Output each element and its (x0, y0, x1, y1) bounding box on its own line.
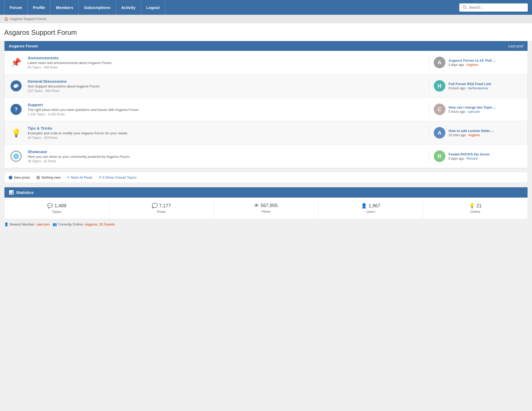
lastpost-title-support[interactable]: How can I merge two Topic ... (449, 105, 523, 109)
new-posts-dot (9, 176, 12, 179)
nav-logout[interactable]: Logout (141, 0, 165, 15)
forum-meta-general: 215 Topics · 993 Posts (28, 89, 425, 93)
row-divider (429, 125, 430, 140)
online-label: Currently Online: (58, 222, 84, 226)
lastpost-details-showcase: Feeder.ROCKS fan forum 5 days ago · Rich… (449, 152, 523, 160)
stats-body: 💬 1,489 Topics 💭 7,177 Posts 👁 567,905 V… (4, 198, 528, 219)
page-title: Asgaros Support Forum (4, 28, 528, 37)
question-mark-icon: ? (11, 104, 22, 115)
stat-topics-count: 💬 1,489 (7, 203, 106, 209)
stat-posts: 💭 7,177 Posts (109, 198, 214, 219)
forum-desc-support: The right place when you have questions … (28, 108, 425, 112)
row-divider (429, 149, 430, 164)
forum-info-announcements: Announcements Latest news and announceme… (28, 56, 425, 69)
legend-mark-all-read: ✔ Mark All Read (67, 175, 92, 179)
forum-info-support: Support The right place when you have qu… (28, 102, 425, 116)
forum-title-general[interactable]: General Discussions (28, 79, 67, 84)
lastpost-author-announcements[interactable]: Asgaros (466, 63, 478, 67)
svg-line-1 (465, 8, 466, 9)
nav-profile[interactable]: Profile (28, 0, 51, 15)
nav-members[interactable]: Members (51, 0, 79, 15)
show-unread-label: 9 Show Unread Topics (102, 175, 137, 179)
nav-activity[interactable]: Activity (116, 0, 141, 15)
stats-header-title: Statistics (16, 190, 34, 195)
member-icon: 👤 (4, 222, 8, 226)
lastpost-author-general[interactable]: hariharakumar (468, 86, 488, 90)
forum-info-general: General Discussions Non-Support discussi… (28, 79, 425, 93)
lastpost-time-announcements: 4 days ago · Asgaros (449, 63, 523, 67)
lastpost-author-tips[interactable]: Asgaros (468, 133, 480, 137)
newest-member-link[interactable]: caercam (36, 222, 50, 226)
lastpost-details-announcements: Asgaros Forum v1.14: Poll ... 4 days ago… (449, 58, 523, 67)
forum-title-announcements[interactable]: Announcements (28, 56, 59, 60)
forum-meta-tips: 40 Topics · 333 Posts (28, 136, 425, 140)
search-input[interactable] (469, 5, 525, 9)
nothing-new-dot (36, 176, 40, 179)
lastpost-showcase: R Feeder.ROCKS fan forum 5 days ago · Ri… (434, 150, 523, 162)
lastpost-general: H Full Forum RSS Feed Link 9 hours ago ·… (434, 80, 523, 92)
row-divider (429, 102, 430, 117)
lastpost-title-showcase[interactable]: Feeder.ROCKS fan forum (449, 152, 523, 156)
lastpost-title-tips[interactable]: How to add custom fields ... (449, 129, 523, 133)
search-box (459, 3, 528, 12)
newest-label: Newest Member: (9, 222, 35, 226)
breadcrumb-text: Asgaros Support Forum (10, 17, 46, 21)
history-icon: ↺ (98, 175, 101, 179)
home-icon: 🏠 (4, 17, 8, 21)
lastpost-details-general: Full Forum RSS Feed Link 9 hours ago · h… (449, 82, 523, 90)
mark-all-read-link[interactable]: ✔ Mark All Read (67, 175, 92, 179)
show-unread-link[interactable]: ↺ 9 Show Unread Topics (98, 175, 137, 179)
mark-all-read-label: Mark All Read (71, 175, 92, 179)
lastpost-time-showcase: 5 days ago · Richard (449, 157, 523, 160)
views-icon: 👁 (254, 203, 259, 208)
nav-bar: Forum Profile Members Subscriptions Acti… (0, 0, 532, 15)
forum-desc-announcements: Latest news and announcements about Asga… (28, 61, 425, 65)
lastpost-avatar-showcase: R (434, 150, 445, 162)
nav-forum[interactable]: Forum (4, 0, 28, 15)
bottom-info: 👤 Newest Member: caercam · 👥 Currently O… (0, 219, 532, 229)
forum-title-showcase[interactable]: Showcase (28, 149, 47, 154)
forum-meta-announcements: 64 Topics · 438 Posts (28, 66, 425, 69)
forum-desc-tips: Examples and code to modify your Asgaros… (28, 131, 425, 135)
nav-subscriptions[interactable]: Subscriptions (79, 0, 116, 15)
lastpost-author-showcase[interactable]: Richard (467, 157, 477, 160)
checkmark-icon: ✔ (67, 175, 70, 179)
forum-table-header-title: Asgaros Forum (9, 44, 38, 48)
stat-users-label: Users (321, 210, 420, 214)
stats-pie-icon: 📊 (9, 190, 14, 195)
lastpost-announcements: A Asgaros Forum v1.14: Poll ... 4 days a… (434, 57, 523, 68)
stat-views: 👁 567,905 Views (214, 198, 318, 219)
forum-row-announcements: 📌 Announcements Latest news and announce… (4, 51, 528, 74)
forum-row-general: General Discussions Non-Support discussi… (4, 74, 528, 98)
stat-topics: 💬 1,489 Topics (4, 198, 109, 219)
lastpost-time-general: 9 hours ago · hariharakumar (449, 86, 523, 90)
lastpost-time-tips: 15 mins ago · Asgaros (449, 133, 523, 137)
chat-icon (9, 79, 23, 93)
lastpost-details-support: How can I merge two Topic ... 5 hours ag… (449, 105, 523, 114)
forum-meta-support: 1,132 Topics · 5,332 Posts (28, 112, 425, 116)
lastpost-avatar-tips: A (434, 127, 445, 139)
online-users-link[interactable]: Asgaros, 20 Guests (85, 222, 115, 226)
lastpost-title-announcements[interactable]: Asgaros Forum v1.14: Poll ... (449, 58, 523, 62)
globe-circle-icon: 🌐 (11, 151, 22, 162)
question-icon: ? (9, 102, 23, 117)
forum-info-showcase: Showcase Here you can show us your commu… (28, 149, 425, 163)
forum-table: Asgaros Forum Last post 📌 Announcements … (4, 41, 528, 168)
search-icon (462, 5, 467, 10)
chat-bubble-icon (11, 80, 22, 91)
lightbulb-icon: 💡 (9, 125, 23, 140)
stat-posts-label: Posts (112, 210, 211, 214)
stats-header: 📊 Statistics (4, 187, 528, 198)
topics-icon: 💬 (47, 203, 53, 209)
breadcrumb: 🏠 Asgaros Support Forum (0, 15, 532, 23)
forum-meta-showcase: 38 Topics · 81 Posts (28, 159, 425, 163)
row-divider (429, 79, 430, 93)
forum-title-support[interactable]: Support (28, 102, 43, 107)
lastpost-avatar-general: H (434, 80, 445, 92)
legend-bar: New posts Nothing new ✔ Mark All Read ↺ … (4, 172, 528, 183)
forum-title-tips[interactable]: Tips & Tricks (28, 126, 52, 130)
forum-row-support: ? Support The right place when you have … (4, 98, 528, 121)
lastpost-title-general[interactable]: Full Forum RSS Feed Link (449, 82, 523, 86)
lastpost-author-support[interactable]: caercam (468, 110, 480, 114)
svg-point-3 (15, 84, 19, 87)
